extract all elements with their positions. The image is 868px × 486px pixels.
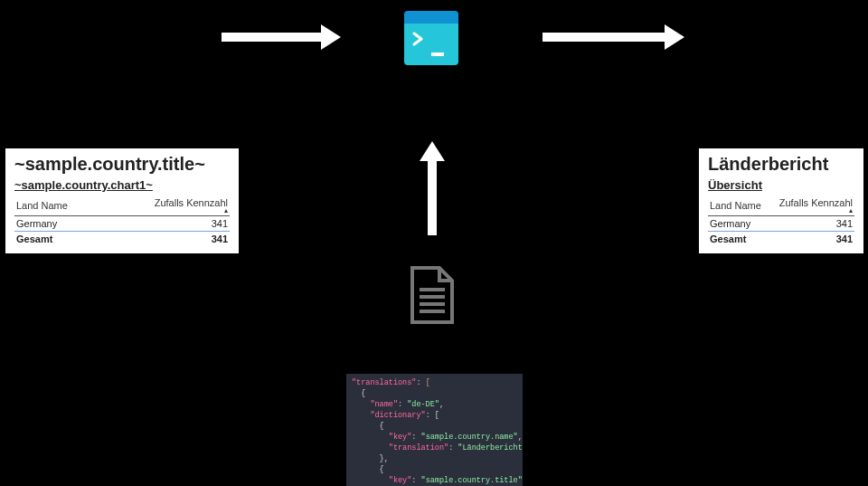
- col-land-name: Land Name: [708, 195, 769, 216]
- translated-subtitle: Übersicht: [708, 178, 854, 192]
- template-subtitle: ~sample.country.chart1~: [14, 178, 230, 192]
- col-zufalls-kennzahl: Zufalls Kennzahl: [769, 195, 854, 216]
- template-title: ~sample.country.title~: [14, 154, 230, 175]
- translated-report-card: Länderbericht Übersicht Land Name Zufall…: [699, 148, 863, 253]
- col-land-name: Land Name: [14, 195, 104, 216]
- table-total-row: Gesamt 341: [14, 232, 230, 247]
- col-zufalls-kennzahl: Zufalls Kennzahl: [104, 195, 230, 216]
- table-total-row: Gesamt 341: [708, 232, 854, 247]
- translated-table: Land Name Zufalls Kennzahl Germany 341 G…: [708, 195, 854, 246]
- template-table: Land Name Zufalls Kennzahl Germany 341 G…: [14, 195, 230, 246]
- document-icon: [409, 266, 456, 328]
- translations-json-snippet: "translations": [ { "name": "de-DE", "di…: [346, 374, 523, 486]
- arrow-process-to-output: [542, 33, 665, 42]
- arrow-input-to-process: [222, 33, 321, 42]
- terminal-icon: [404, 11, 458, 65]
- table-row: Germany 341: [14, 216, 230, 232]
- table-row: Germany 341: [708, 216, 854, 232]
- template-report-card: ~sample.country.title~ ~sample.country.c…: [5, 148, 239, 253]
- arrow-file-to-process: [428, 161, 437, 235]
- translated-title: Länderbericht: [708, 154, 854, 175]
